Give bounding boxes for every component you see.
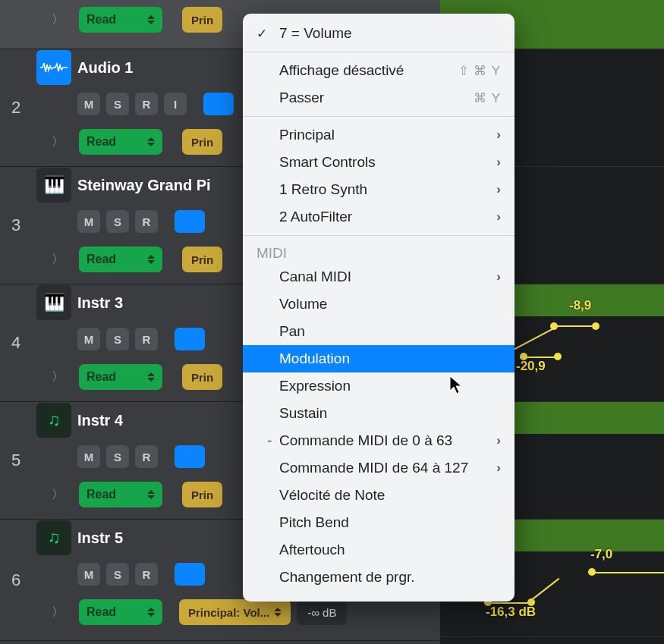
track-number: 6 — [0, 520, 32, 640]
disclosure-chevron-icon[interactable]: 〉 — [36, 134, 73, 150]
automation-toggle[interactable] — [203, 93, 234, 115]
menu-item-program-change[interactable]: Changement de prgr. — [243, 564, 515, 591]
automation-mode-select[interactable]: Read — [79, 482, 162, 507]
track-number: 5 — [0, 402, 32, 519]
submenu-arrow-icon: › — [496, 155, 501, 170]
track-number — [0, 0, 32, 49]
menu-item-canal-midi[interactable]: Canal MIDI › — [243, 263, 515, 291]
submenu-arrow-icon: › — [496, 182, 501, 197]
automation-param-select[interactable]: Prin — [182, 482, 222, 507]
record-button[interactable]: R — [135, 93, 158, 115]
automation-mode-select[interactable]: Read — [79, 364, 162, 390]
automation-toggle[interactable] — [175, 328, 205, 350]
automation-param-label: Prin — [191, 14, 213, 27]
menu-item-smart-controls[interactable]: Smart Controls › — [243, 149, 515, 176]
menu-section-midi: MIDI — [243, 240, 515, 263]
menu-item-sustain[interactable]: Sustain — [243, 400, 515, 427]
mute-button[interactable]: M — [77, 210, 100, 233]
record-button[interactable]: R — [135, 563, 158, 586]
track-name[interactable]: Instr 5 — [77, 529, 123, 547]
submenu-arrow-icon: › — [496, 127, 501, 143]
envelope-value-2: -20,9 — [516, 359, 546, 374]
menu-item-pass[interactable]: Passer ⌘ Y — [243, 84, 515, 112]
automation-param-select[interactable]: Prin — [182, 364, 222, 390]
menu-separator — [243, 235, 515, 236]
automation-mode-select[interactable]: Read — [79, 247, 162, 272]
envelope-value-3: -7,0 — [590, 547, 612, 562]
menu-separator — [243, 52, 515, 52]
audio-track-icon[interactable] — [36, 50, 71, 85]
keyboard-track-icon[interactable]: 🎹 — [36, 285, 71, 320]
mute-button[interactable]: M — [77, 328, 100, 350]
solo-button[interactable]: S — [106, 445, 129, 468]
track-name[interactable]: Steinway Grand Pi — [77, 177, 211, 194]
track-number: 3 — [0, 167, 32, 284]
menu-separator — [243, 116, 515, 117]
automation-value-display[interactable]: -∞ dB — [297, 599, 347, 625]
automation-mode-select[interactable]: Read — [79, 129, 162, 155]
menu-item-principal[interactable]: Principal › — [243, 121, 515, 149]
automation-param-select[interactable]: Prin — [182, 247, 222, 272]
automation-mode-select[interactable]: Read — [79, 599, 162, 625]
menu-item-display-off[interactable]: Affichage désactivé ⇧ ⌘ Y — [243, 57, 515, 84]
disclosure-chevron-icon[interactable]: 〉 — [36, 369, 73, 385]
track-name[interactable]: Audio 1 — [77, 59, 133, 77]
submenu-arrow-icon: › — [496, 269, 501, 284]
submenu-arrow-icon: › — [496, 209, 501, 225]
disclosure-chevron-icon[interactable]: 〉 — [36, 605, 73, 620]
automation-mode-select[interactable]: Read — [79, 7, 162, 33]
input-monitor-button[interactable]: I — [164, 93, 187, 115]
piano-track-icon[interactable]: 🎹 — [36, 168, 71, 203]
disclosure-chevron-icon[interactable]: 〉 — [36, 487, 73, 503]
menu-item-modulation[interactable]: Modulation — [243, 345, 515, 372]
checkmark-icon: ✓ — [256, 26, 279, 42]
track-name[interactable]: Instr 4 — [77, 412, 123, 429]
solo-button[interactable]: S — [106, 328, 129, 350]
menu-item-pitch-bend[interactable]: Pitch Bend — [243, 509, 515, 536]
automation-param-select[interactable]: Prin — [182, 129, 222, 155]
record-button[interactable]: R — [135, 210, 158, 233]
mute-button[interactable]: M — [77, 445, 100, 468]
menu-item-midi-cmd-64-127[interactable]: Commande MIDI de 64 à 127 › — [243, 454, 515, 482]
automation-toggle[interactable] — [175, 563, 205, 586]
menu-item-midi-cmd-0-63[interactable]: - Commande MIDI de 0 à 63 › — [243, 427, 515, 454]
menu-item-current[interactable]: ✓ 7 = Volume — [243, 20, 515, 47]
submenu-arrow-icon: › — [496, 433, 501, 448]
menu-item-aftertouch[interactable]: Aftertouch — [243, 536, 515, 564]
disclosure-chevron-icon[interactable]: 〉 — [36, 12, 73, 28]
menu-item-retro-synth[interactable]: 1 Retro Synth › — [243, 176, 515, 203]
keyboard-shortcut: ⌘ Y — [474, 90, 501, 106]
track-number: 2 — [0, 49, 32, 166]
disclosure-chevron-icon[interactable]: 〉 — [36, 252, 73, 268]
automation-mode-label: Read — [87, 13, 116, 27]
automation-toggle[interactable] — [175, 445, 205, 468]
solo-button[interactable]: S — [106, 563, 129, 586]
record-button[interactable]: R — [135, 328, 158, 350]
menu-item-velocity[interactable]: Vélocité de Note — [243, 482, 515, 509]
menu-item-expression[interactable]: Expression — [243, 372, 515, 400]
solo-button[interactable]: S — [106, 93, 129, 115]
track-number: 4 — [0, 284, 32, 401]
menu-item-pan[interactable]: Pan — [243, 318, 515, 345]
keyboard-shortcut: ⇧ ⌘ Y — [458, 63, 501, 79]
envelope-value-1: -8,9 — [569, 298, 591, 313]
menu-item-volume[interactable]: Volume — [243, 291, 515, 318]
record-button[interactable]: R — [135, 445, 158, 468]
submenu-arrow-icon: › — [496, 460, 501, 476]
automation-param-select[interactable]: Prin — [182, 7, 222, 33]
envelope-value-4: -16,3 dB — [486, 605, 536, 620]
software-instrument-icon[interactable]: ♫ — [36, 403, 71, 438]
mute-button[interactable]: M — [77, 93, 100, 115]
dash-marker: - — [267, 432, 272, 449]
mute-button[interactable]: M — [77, 563, 100, 586]
menu-item-autofilter[interactable]: 2 AutoFilter › — [243, 203, 515, 231]
software-instrument-icon[interactable]: ♫ — [36, 520, 71, 555]
automation-parameter-menu[interactable]: ✓ 7 = Volume Affichage désactivé ⇧ ⌘ Y P… — [243, 14, 515, 602]
automation-toggle[interactable] — [175, 210, 205, 233]
track-name[interactable]: Instr 3 — [77, 294, 123, 312]
automation-param-select[interactable]: Principal: Vol... — [179, 599, 291, 625]
solo-button[interactable]: S — [106, 210, 129, 233]
